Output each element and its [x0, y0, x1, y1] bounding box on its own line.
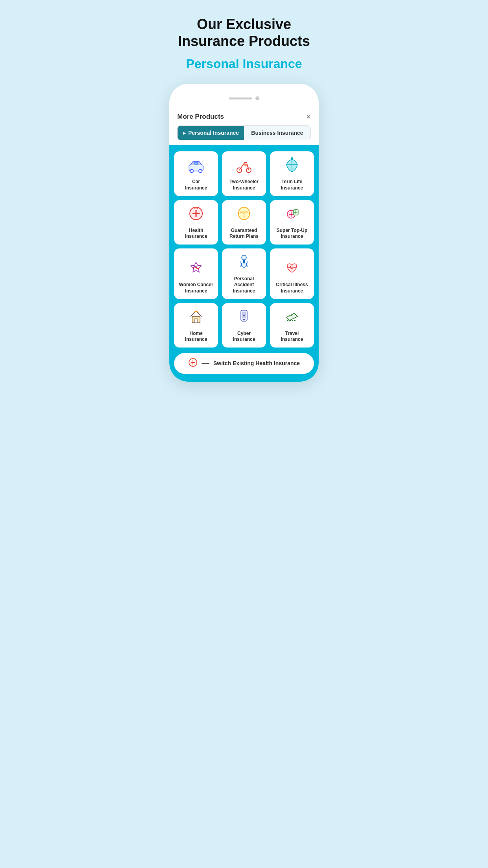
product-card-term-life[interactable]: Term LifeInsurance: [270, 151, 314, 196]
product-card-health[interactable]: HealthInsurance: [174, 200, 218, 245]
home-label: HomeInsurance: [185, 331, 207, 343]
products-grid: CarInsurance Two-WheelerInsurance Term L…: [174, 151, 314, 347]
svg-point-22: [243, 319, 245, 320]
critical-illness-icon: [283, 259, 301, 279]
critical-illness-label: Critical IllnessInsurance: [276, 282, 308, 294]
cyber-label: CyberInsurance: [233, 331, 255, 343]
page-wrapper: Our Exclusive Insurance Products Persona…: [163, 16, 325, 382]
svg-point-6: [244, 164, 247, 166]
switch-health-insurance-button[interactable]: Switch Existing Health Insurance: [174, 353, 314, 374]
tab-business[interactable]: Business Insurance: [244, 126, 310, 140]
svg-point-9: [291, 157, 293, 160]
tab-business-label: Business Insurance: [251, 130, 303, 136]
svg-point-2: [199, 169, 202, 173]
guaranteed-return-icon: 100% ₹: [235, 205, 253, 224]
product-card-car[interactable]: CarInsurance: [174, 151, 218, 196]
product-card-two-wheeler[interactable]: Two-WheelerInsurance: [222, 151, 266, 196]
svg-text:₹: ₹: [242, 212, 246, 218]
product-card-critical-illness[interactable]: Critical IllnessInsurance: [270, 248, 314, 299]
phone-handle: [229, 97, 252, 99]
tab-arrow-icon: ▶: [183, 131, 186, 135]
phone-camera: [255, 96, 259, 100]
product-card-travel[interactable]: TravelInsurance: [270, 303, 314, 348]
personal-accident-icon: [235, 253, 253, 273]
product-card-cyber[interactable]: CyberInsurance: [222, 303, 266, 348]
travel-icon: [283, 308, 301, 327]
product-card-personal-accident[interactable]: Personal AccidentInsurance: [222, 248, 266, 299]
guaranteed-return-label: GuaranteedReturn Plans: [229, 228, 259, 240]
modal-header: More Products ×: [169, 107, 319, 125]
close-button[interactable]: ×: [306, 113, 311, 121]
tabs-container: ▶ Personal Insurance Business Insurance: [177, 125, 311, 140]
switch-button-label: Switch Existing Health Insurance: [213, 360, 300, 366]
car-icon: [187, 159, 205, 176]
cyber-icon: [235, 308, 253, 327]
main-title: Our Exclusive Insurance Products: [163, 16, 325, 50]
svg-rect-17: [243, 259, 245, 263]
svg-rect-19: [194, 319, 198, 323]
product-card-guaranteed-return[interactable]: 100% ₹ GuaranteedReturn Plans: [222, 200, 266, 245]
term-life-icon: [283, 156, 301, 176]
travel-label: TravelInsurance: [281, 331, 303, 343]
term-life-label: Term LifeInsurance: [281, 179, 303, 191]
super-top-up-label: Super Top-UpInsurance: [277, 228, 307, 240]
women-cancer-icon: [187, 259, 205, 279]
modal-sheet: More Products × ▶ Personal Insurance Bus…: [169, 107, 319, 381]
tab-personal[interactable]: ▶ Personal Insurance: [178, 126, 244, 140]
women-cancer-label: Women CancerInsurance: [179, 282, 213, 294]
phone-notch: [169, 93, 319, 107]
switch-icon: [188, 358, 198, 369]
product-card-home[interactable]: HomeInsurance: [174, 303, 218, 348]
product-card-women-cancer[interactable]: Women CancerInsurance: [174, 248, 218, 299]
two-wheeler-icon: [235, 159, 253, 176]
switch-lines-icon: [202, 363, 209, 364]
svg-rect-3: [194, 162, 198, 165]
svg-point-1: [190, 169, 193, 173]
super-top-up-icon: [283, 205, 301, 224]
subtitle: Personal Insurance: [186, 57, 302, 71]
car-label: CarInsurance: [185, 179, 207, 191]
product-card-super-top-up[interactable]: Super Top-UpInsurance: [270, 200, 314, 245]
modal-title: More Products: [177, 113, 224, 121]
health-label: HealthInsurance: [185, 228, 207, 240]
products-area: CarInsurance Two-WheelerInsurance Term L…: [169, 145, 319, 381]
phone-frame: More Products × ▶ Personal Insurance Bus…: [169, 84, 319, 381]
home-icon: [187, 308, 205, 327]
svg-point-16: [242, 255, 246, 260]
two-wheeler-label: Two-WheelerInsurance: [229, 179, 259, 191]
tab-personal-label: Personal Insurance: [188, 130, 239, 136]
health-icon: [187, 205, 205, 224]
personal-accident-label: Personal AccidentInsurance: [225, 276, 263, 294]
